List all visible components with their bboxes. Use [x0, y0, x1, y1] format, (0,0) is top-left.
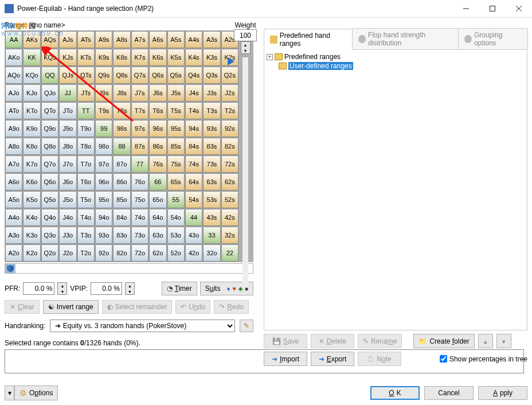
hand-cell[interactable]: QQ: [41, 67, 58, 84]
hand-cell[interactable]: K7s: [131, 49, 148, 66]
hand-cell[interactable]: T6o: [77, 173, 95, 190]
hand-cell[interactable]: 64s: [185, 173, 202, 190]
hand-cell[interactable]: 44: [185, 209, 202, 226]
hand-cell[interactable]: 76s: [149, 155, 166, 173]
undo-button[interactable]: Undo: [175, 300, 210, 314]
hand-cell[interactable]: AQs: [41, 31, 58, 48]
show-percentages-checkbox[interactable]: Show percentages in tree: [440, 355, 527, 363]
hand-cell[interactable]: JTs: [77, 84, 95, 102]
hand-cell[interactable]: TT: [77, 102, 95, 119]
hand-cell[interactable]: A8o: [5, 138, 22, 155]
tree-user-defined[interactable]: User-defined ranges: [267, 61, 525, 71]
note-button[interactable]: Note: [358, 352, 401, 366]
hand-cell[interactable]: 76o: [131, 173, 148, 190]
hand-cell[interactable]: Q6o: [41, 173, 58, 190]
invert-range-button[interactable]: Invert range: [43, 300, 99, 314]
tab-grouping-options[interactable]: Grouping options: [458, 28, 528, 49]
hand-cell[interactable]: 97s: [131, 120, 148, 137]
hand-cell[interactable]: 74s: [185, 155, 202, 173]
hand-cell[interactable]: A6o: [5, 173, 22, 190]
hand-cell[interactable]: J8s: [113, 84, 130, 102]
hand-cell[interactable]: K8s: [113, 49, 130, 66]
hand-cell[interactable]: 84s: [185, 138, 202, 155]
hand-cell[interactable]: A7o: [5, 155, 22, 173]
hand-cell[interactable]: A3s: [203, 31, 220, 48]
hand-cell[interactable]: A6s: [149, 31, 166, 48]
hand-cell[interactable]: K3o: [23, 227, 40, 244]
hand-cell[interactable]: Q7s: [131, 67, 148, 84]
hand-cell[interactable]: Q9s: [95, 67, 112, 84]
hand-cell[interactable]: T4o: [77, 209, 95, 226]
hand-cell[interactable]: 95o: [95, 191, 112, 208]
hand-cell[interactable]: J8o: [59, 138, 76, 155]
hand-cell[interactable]: 85s: [167, 138, 185, 155]
hand-cell[interactable]: 83s: [203, 138, 220, 155]
hand-cell[interactable]: Q3o: [41, 227, 58, 244]
hand-cell[interactable]: 54s: [185, 191, 202, 208]
hand-cell[interactable]: 74o: [131, 209, 148, 226]
hand-cell[interactable]: J6s: [149, 84, 166, 102]
hand-cell[interactable]: 64o: [149, 209, 166, 226]
weight-input[interactable]: [234, 29, 257, 41]
hand-cell[interactable]: JTo: [59, 102, 76, 119]
hand-cell[interactable]: 93s: [203, 120, 220, 137]
hand-cell[interactable]: Q5s: [167, 67, 185, 84]
hand-cell[interactable]: K2o: [23, 244, 40, 262]
handranking-select[interactable]: ➜ Equity vs. 3 random hands (PokerStove): [50, 320, 235, 332]
cancel-button[interactable]: Cancel: [424, 386, 474, 400]
hand-cell[interactable]: K9s: [95, 49, 112, 66]
hand-cell[interactable]: 33: [203, 227, 220, 244]
hand-cell[interactable]: J2o: [59, 244, 76, 262]
hand-cell[interactable]: 55: [167, 191, 185, 208]
maximize-button[interactable]: [479, 0, 506, 17]
weight-slider-thumb[interactable]: [228, 57, 239, 67]
hand-cell[interactable]: 82o: [113, 244, 130, 262]
hand-cell[interactable]: KJo: [23, 84, 40, 102]
hand-cell[interactable]: 87s: [131, 138, 148, 155]
pfr-input[interactable]: [23, 282, 54, 295]
hand-cell[interactable]: Q5o: [41, 191, 58, 208]
hand-cell[interactable]: A4s: [185, 31, 202, 48]
hand-cell[interactable]: 54o: [167, 209, 185, 226]
options-button[interactable]: Options: [14, 385, 58, 400]
hand-cell[interactable]: A7s: [131, 31, 148, 48]
hand-cell[interactable]: A8s: [113, 31, 130, 48]
redo-button[interactable]: Redo: [214, 300, 249, 314]
move-down-button[interactable]: [496, 334, 511, 348]
hand-cell[interactable]: T7s: [131, 102, 148, 119]
hand-cell[interactable]: J7s: [131, 84, 148, 102]
hand-cell[interactable]: A4o: [5, 209, 22, 226]
hand-cell[interactable]: A9o: [5, 120, 22, 137]
hand-cell[interactable]: 73o: [131, 227, 148, 244]
hand-cell[interactable]: AJs: [59, 31, 76, 48]
hand-cell[interactable]: KTs: [77, 49, 95, 66]
hand-cell[interactable]: A2o: [5, 244, 22, 262]
hand-cell[interactable]: J6o: [59, 173, 76, 190]
select-remainder-button[interactable]: Select remainder: [102, 300, 173, 314]
hand-cell[interactable]: A5s: [167, 31, 185, 48]
hand-cell[interactable]: KK: [23, 49, 40, 66]
hand-cell[interactable]: 84o: [113, 209, 130, 226]
hand-cell[interactable]: Q4s: [185, 67, 202, 84]
hand-cell[interactable]: J9o: [59, 120, 76, 137]
hand-grid[interactable]: AAAKsAQsAJsATsA9sA8sA7sA6sA5sA4sA3sA2sAK…: [5, 30, 253, 262]
hand-cell[interactable]: 43s: [203, 209, 220, 226]
delete-button[interactable]: Delete: [311, 334, 354, 348]
hand-cell[interactable]: AQo: [5, 67, 22, 84]
hand-cell[interactable]: 83o: [113, 227, 130, 244]
hand-cell[interactable]: T8o: [77, 138, 95, 155]
weight-color-bar[interactable]: [5, 263, 253, 274]
import-button[interactable]: Import: [264, 352, 307, 366]
vpip-spinner[interactable]: ▲▼: [125, 282, 135, 295]
hand-cell[interactable]: T2o: [77, 244, 95, 262]
hand-cell[interactable]: Q6s: [149, 67, 166, 84]
hand-cell[interactable]: K5o: [23, 191, 40, 208]
weight-slider-track[interactable]: [242, 57, 248, 287]
timer-button[interactable]: Timer: [162, 282, 197, 295]
hand-cell[interactable]: 95s: [167, 120, 185, 137]
hand-cell[interactable]: 63o: [149, 227, 166, 244]
hand-cell[interactable]: T9s: [95, 102, 112, 119]
hand-cell[interactable]: AKs: [23, 31, 40, 48]
hand-cell[interactable]: T3s: [203, 102, 220, 119]
options-dropdown-toggle[interactable]: ▾: [5, 385, 14, 400]
